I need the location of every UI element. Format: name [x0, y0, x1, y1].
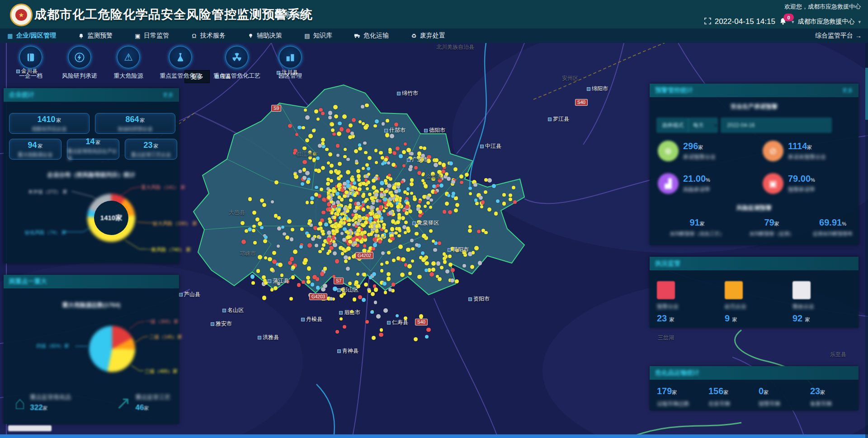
- map-dot[interactable]: [333, 287, 337, 291]
- date-picker[interactable]: 2022-04-16: [721, 118, 831, 132]
- map-dot[interactable]: [414, 166, 418, 170]
- map-dot[interactable]: [433, 248, 437, 252]
- map-dot[interactable]: [432, 240, 435, 243]
- map-dot[interactable]: [320, 188, 323, 191]
- map-dot[interactable]: [340, 294, 344, 298]
- caret-down-icon[interactable]: ▾: [858, 19, 861, 25]
- panel-more-button[interactable]: 更多: [842, 87, 853, 94]
- map-dot[interactable]: [278, 263, 283, 267]
- map-dot[interactable]: [419, 314, 424, 319]
- map-dot[interactable]: [337, 208, 341, 212]
- map-dot[interactable]: [422, 234, 426, 238]
- nav-item-3[interactable]: ▣日常监管: [134, 32, 169, 40]
- map-dot[interactable]: [324, 223, 328, 226]
- map-dot[interactable]: [263, 239, 267, 243]
- map-dot[interactable]: [397, 216, 401, 220]
- map-dot[interactable]: [336, 200, 340, 204]
- map-dot[interactable]: [379, 151, 383, 155]
- map-dot[interactable]: [385, 261, 389, 265]
- map-dot[interactable]: [383, 308, 388, 313]
- map-dot[interactable]: [362, 298, 366, 302]
- fullscreen-icon[interactable]: [704, 18, 711, 26]
- map-dot[interactable]: [468, 187, 472, 190]
- map-dot[interactable]: [451, 180, 455, 184]
- map-dot[interactable]: [348, 219, 351, 222]
- map-dot[interactable]: [468, 229, 472, 233]
- map-dot[interactable]: [351, 185, 355, 189]
- stat-card[interactable]: 14家重点监管危化品生产企业: [67, 139, 119, 160]
- map-dot[interactable]: [396, 205, 400, 209]
- map-dot[interactable]: [377, 210, 381, 214]
- major-hazard-pie-chart[interactable]: [89, 326, 135, 372]
- map-dot[interactable]: [290, 257, 294, 261]
- map-dot[interactable]: [480, 205, 483, 208]
- map-dot[interactable]: [288, 124, 292, 128]
- map-dot[interactable]: [301, 182, 304, 186]
- map-dot[interactable]: [475, 202, 479, 205]
- map-dot[interactable]: [417, 151, 422, 156]
- map-dot[interactable]: [406, 148, 411, 152]
- map-dot[interactable]: [363, 273, 367, 277]
- map-dot[interactable]: [438, 277, 442, 281]
- map-dot[interactable]: [375, 215, 379, 219]
- subnav-item-5[interactable]: 重点监管危化工艺: [208, 43, 266, 80]
- map-dot[interactable]: [396, 256, 401, 260]
- map-dot[interactable]: [442, 163, 446, 167]
- map-dot[interactable]: [318, 250, 322, 254]
- map-dot[interactable]: [396, 182, 401, 186]
- map-dot[interactable]: [393, 151, 396, 155]
- map-dot[interactable]: [253, 241, 257, 245]
- map-dot[interactable]: [445, 202, 449, 206]
- system-nav-button[interactable]: 系统导航: [275, 11, 309, 19]
- map-dot[interactable]: [315, 186, 318, 189]
- map-dot[interactable]: [305, 171, 310, 175]
- map-dot[interactable]: [478, 261, 482, 265]
- map-dot[interactable]: [320, 272, 325, 276]
- map-dot[interactable]: [344, 190, 349, 194]
- map-dot[interactable]: [374, 287, 378, 292]
- subnav-item-6[interactable]: 园区管理: [266, 43, 315, 80]
- map-dot[interactable]: [385, 189, 388, 193]
- map-dot[interactable]: [264, 281, 268, 285]
- map-dot[interactable]: [332, 132, 336, 136]
- map-dot[interactable]: [502, 202, 506, 206]
- map-dot[interactable]: [307, 243, 312, 248]
- subnav-item-4[interactable]: 重点监管危化品: [153, 43, 208, 80]
- map-dot[interactable]: [365, 104, 368, 107]
- map-dot[interactable]: [387, 251, 391, 254]
- map-dot[interactable]: [460, 181, 463, 184]
- map-dot[interactable]: [258, 221, 262, 226]
- map-dot[interactable]: [401, 180, 404, 184]
- map-dot[interactable]: [382, 209, 386, 212]
- map-dot[interactable]: [289, 297, 293, 301]
- map-dot[interactable]: [440, 266, 443, 269]
- map-dot[interactable]: [272, 251, 276, 255]
- map-dot[interactable]: [337, 223, 341, 228]
- map-dot[interactable]: [329, 170, 333, 174]
- map-dot[interactable]: [338, 122, 342, 126]
- map-dot[interactable]: [404, 263, 408, 267]
- map-dot[interactable]: [371, 292, 375, 296]
- map-dot[interactable]: [394, 122, 398, 127]
- map-dot[interactable]: [356, 222, 360, 226]
- map-dot[interactable]: [474, 246, 479, 250]
- map-dot[interactable]: [417, 171, 421, 175]
- map-dot[interactable]: [318, 236, 321, 239]
- map-dot[interactable]: [258, 255, 262, 259]
- map-dot[interactable]: [333, 251, 337, 255]
- map-dot[interactable]: [293, 173, 297, 176]
- map-dot[interactable]: [280, 273, 284, 277]
- map-dot[interactable]: [361, 105, 364, 108]
- map-dot[interactable]: [383, 198, 387, 202]
- map-dot[interactable]: [347, 223, 351, 226]
- map-dot[interactable]: [334, 114, 338, 118]
- map-dot[interactable]: [333, 243, 337, 247]
- map-dot[interactable]: [462, 264, 466, 268]
- map-dot[interactable]: [452, 192, 455, 195]
- map-dot[interactable]: [343, 227, 346, 231]
- map-dot[interactable]: [372, 336, 376, 340]
- map-dot[interactable]: [323, 284, 327, 288]
- map-dot[interactable]: [394, 231, 398, 235]
- map-dot[interactable]: [421, 173, 425, 176]
- map-dot[interactable]: [372, 179, 376, 183]
